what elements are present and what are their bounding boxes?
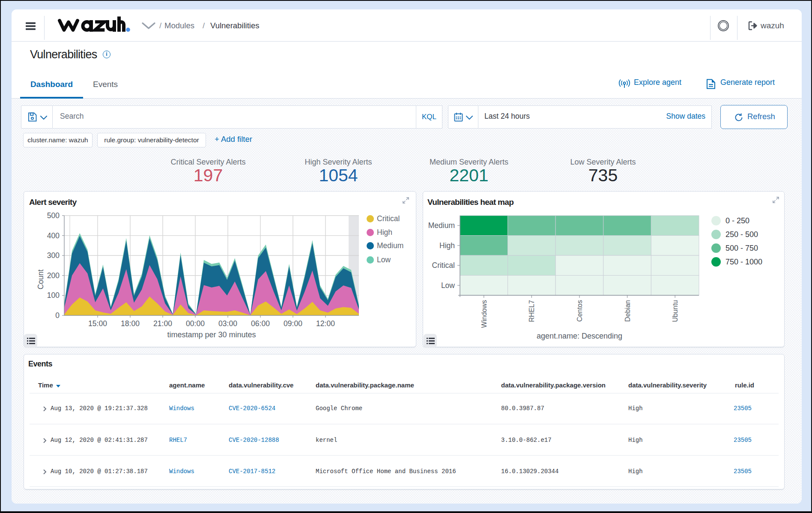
svg-text:agent.name: Descending: agent.name: Descending	[537, 332, 622, 340]
svg-text:300: 300	[47, 251, 60, 260]
svg-text:21:00: 21:00	[153, 319, 172, 328]
svg-text:750 - 1000: 750 - 1000	[725, 258, 762, 266]
svg-text:RHEL7: RHEL7	[528, 300, 535, 322]
svg-text:Critical: Critical	[432, 261, 455, 270]
svg-text:250 - 500: 250 - 500	[725, 230, 758, 239]
svg-text:timestamp per 30 minutes: timestamp per 30 minutes	[167, 330, 256, 339]
svg-text:09:00: 09:00	[284, 319, 302, 328]
svg-text:06:00: 06:00	[251, 319, 270, 328]
svg-text:Windows: Windows	[481, 300, 488, 328]
svg-text:500: 500	[47, 211, 60, 220]
svg-text:Debian: Debian	[624, 300, 631, 322]
svg-text:0: 0	[55, 311, 60, 320]
svg-text:15:00: 15:00	[88, 319, 107, 328]
svg-text:Count: Count	[36, 270, 45, 290]
svg-text:Medium: Medium	[428, 221, 455, 230]
svg-text:Low: Low	[441, 281, 455, 290]
svg-text:00:00: 00:00	[186, 319, 205, 328]
svg-text:100: 100	[47, 291, 60, 300]
svg-text:Centos: Centos	[576, 300, 583, 322]
svg-text:18:00: 18:00	[121, 319, 140, 328]
svg-text:200: 200	[47, 271, 60, 280]
svg-text:400: 400	[47, 231, 60, 240]
svg-text:Ubuntu: Ubuntu	[672, 300, 679, 322]
svg-text:0 - 250: 0 - 250	[725, 216, 749, 225]
svg-text:03:00: 03:00	[218, 319, 237, 328]
svg-text:500 - 750: 500 - 750	[725, 244, 758, 252]
svg-text:12:00: 12:00	[316, 319, 335, 328]
svg-text:High: High	[439, 241, 455, 250]
